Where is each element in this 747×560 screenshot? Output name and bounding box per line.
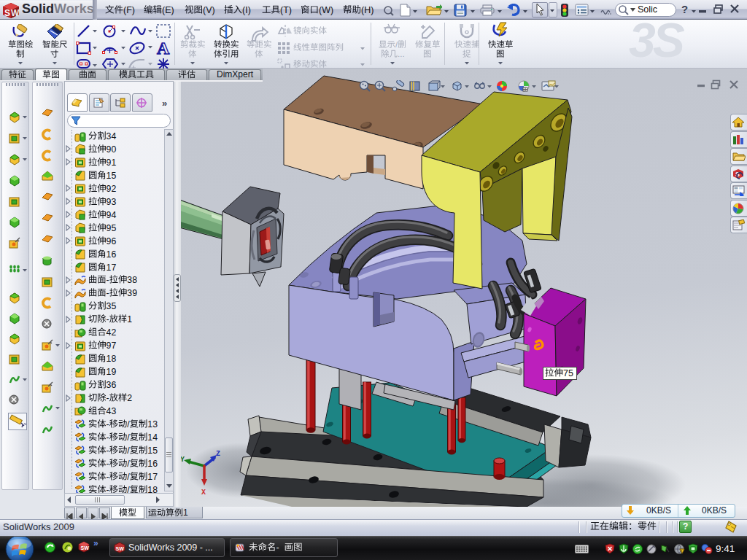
svg-text:17: 17 [147, 471, 158, 481]
svg-text:43: 43 [107, 405, 117, 416]
svg-text:16: 16 [147, 458, 158, 468]
svg-text:/: / [127, 458, 130, 468]
svg-text:/: / [395, 40, 398, 49]
svg-text:90: 90 [107, 144, 117, 154]
svg-text:-: - [107, 393, 109, 403]
svg-text:/: / [127, 445, 130, 455]
svg-text:0KB/S: 0KB/S [646, 505, 671, 516]
svg-text:16: 16 [107, 249, 117, 259]
svg-text:...: ... [398, 50, 405, 58]
svg-text:13: 13 [147, 419, 158, 429]
svg-text:-: - [107, 445, 109, 455]
svg-text:93: 93 [107, 196, 117, 206]
svg-text:/: / [127, 471, 130, 481]
svg-text:SW: SW [81, 545, 90, 551]
svg-text:(F): (F) [123, 5, 135, 15]
svg-text:DimXpert: DimXpert [217, 69, 254, 79]
svg-text:-: - [107, 275, 109, 285]
svg-text:SW: SW [116, 546, 125, 551]
svg-text:X: X [201, 489, 206, 497]
svg-text:15: 15 [147, 445, 158, 455]
svg-text:96: 96 [107, 236, 117, 246]
svg-text:14: 14 [147, 432, 158, 442]
svg-text:(W): (W) [319, 5, 333, 15]
svg-text:42: 42 [107, 327, 117, 338]
svg-text:36: 36 [107, 380, 117, 390]
svg-text:-: - [107, 288, 109, 298]
svg-text:91: 91 [107, 157, 117, 167]
svg-text:19: 19 [107, 367, 117, 377]
svg-text:94: 94 [107, 209, 117, 219]
svg-text:SolidWorks 2009: SolidWorks 2009 [3, 521, 74, 532]
svg-text:95: 95 [107, 222, 117, 233]
svg-text:S: S [4, 8, 10, 18]
svg-text:SolidWorks 2009 - ...: SolidWorks 2009 - ... [128, 542, 213, 553]
svg-text:-: - [276, 542, 279, 553]
svg-text:(H): (H) [361, 5, 374, 15]
svg-text:75: 75 [563, 368, 573, 378]
svg-text:35: 35 [107, 301, 117, 311]
svg-text:39: 39 [127, 288, 137, 298]
svg-text:92: 92 [107, 183, 117, 193]
svg-text:2: 2 [127, 393, 132, 403]
svg-text:A: A [157, 39, 170, 58]
svg-text:/: / [127, 432, 130, 442]
svg-text:9:41: 9:41 [716, 543, 735, 554]
svg-text:-: - [107, 419, 109, 429]
svg-text:1: 1 [183, 508, 188, 518]
svg-text:-: - [107, 314, 109, 324]
svg-text:Z: Z [216, 450, 220, 458]
svg-text:0KB/S: 0KB/S [702, 505, 727, 516]
svg-text:-: - [107, 471, 109, 481]
svg-text:-: - [107, 432, 109, 442]
svg-text:34: 34 [107, 131, 117, 141]
svg-text:!: ! [681, 549, 682, 553]
svg-text:18: 18 [107, 354, 117, 364]
svg-text:15: 15 [107, 170, 117, 180]
svg-text:(I): (I) [242, 5, 251, 15]
svg-text:W: W [11, 8, 20, 18]
svg-text:-: - [107, 458, 109, 468]
svg-text:38: 38 [127, 275, 137, 285]
svg-text:97: 97 [107, 341, 117, 351]
svg-text:1: 1 [127, 314, 132, 324]
svg-text:17: 17 [107, 262, 117, 272]
svg-text:(E): (E) [162, 5, 174, 15]
svg-text:(V): (V) [203, 5, 215, 15]
svg-text:(T): (T) [280, 5, 292, 15]
svg-text:/: / [127, 419, 130, 429]
